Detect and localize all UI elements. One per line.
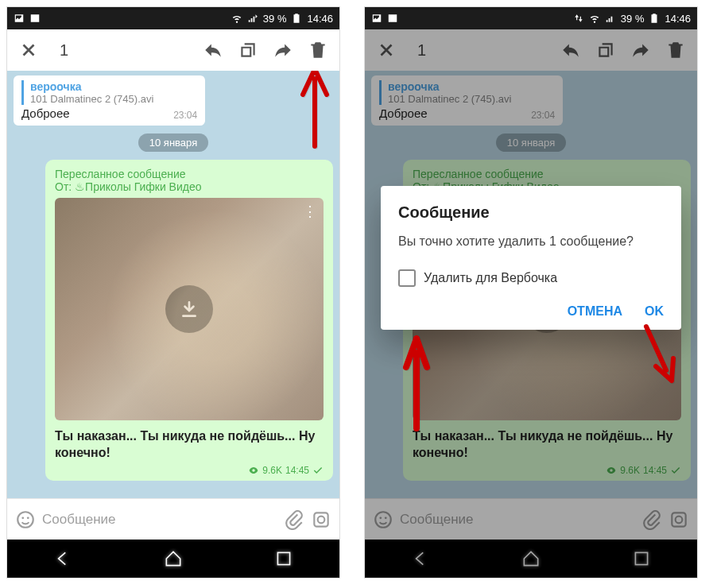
forwarded-label: Пересланное сообщение — [55, 168, 324, 180]
chat-area: вероочка 101 Dalmatinec 2 (745).avi Добр… — [7, 71, 339, 498]
input-bar — [7, 498, 339, 540]
updown-icon — [573, 13, 584, 24]
attach-icon[interactable] — [284, 509, 304, 530]
wifi-icon — [231, 13, 242, 24]
date-chip: 10 января — [138, 133, 208, 152]
signal-icon — [247, 13, 258, 24]
views-count: 9.6K — [262, 465, 282, 476]
picture-icon — [371, 13, 382, 24]
ok-button[interactable]: OK — [645, 304, 664, 319]
nav-bar — [7, 540, 339, 578]
graph-icon — [387, 13, 398, 24]
status-bar: 39 % 14:46 — [365, 7, 697, 29]
svg-rect-5 — [278, 552, 290, 564]
reply-icon[interactable] — [203, 40, 223, 60]
clock: 14:46 — [665, 13, 691, 25]
mic-icon[interactable] — [311, 509, 331, 530]
reply-message[interactable]: вероочка 101 Dalmatinec 2 (745).avi Добр… — [14, 75, 205, 126]
delete-icon[interactable] — [308, 40, 328, 60]
forwarded-from: От: ♨Приколы Гифки Видео — [55, 180, 324, 193]
dialog-body: Вы точно хотите удалить 1 сообщение? — [398, 233, 664, 250]
dialog-title: Сообщение — [398, 203, 664, 222]
message-meta: 9.6K 14:45 — [55, 465, 324, 476]
selection-toolbar: 1 — [7, 29, 339, 71]
selection-count: 1 — [60, 41, 68, 60]
battery-icon — [649, 13, 660, 24]
copy-icon[interactable] — [238, 40, 258, 60]
svg-point-0 — [17, 512, 33, 528]
clock: 14:46 — [307, 13, 333, 25]
battery-percent: 39 % — [263, 13, 287, 25]
download-icon — [179, 299, 200, 319]
eye-icon — [248, 465, 259, 476]
wifi-icon — [589, 13, 600, 24]
forward-icon[interactable] — [273, 40, 293, 60]
signal-icon — [605, 13, 616, 24]
checkbox-label: Удалить для Вербочка — [424, 271, 557, 285]
reply-time: 23:04 — [173, 110, 197, 121]
reply-filename: 101 Dalmatinec 2 (745).avi — [30, 93, 197, 105]
reply-text: Доброее — [21, 106, 70, 120]
svg-point-1 — [21, 516, 24, 519]
phone-left: 39 % 14:46 1 вероочка 101 Dalmatinec 2 (… — [6, 6, 340, 578]
status-bar: 39 % 14:46 — [7, 7, 339, 29]
forwarded-message[interactable]: Пересланное сообщение От: ♨Приколы Гифки… — [45, 160, 333, 481]
nav-back[interactable] — [52, 548, 73, 569]
forwarded-from-channel: ♨Приколы Гифки Видео — [75, 180, 201, 193]
more-icon[interactable]: ⋮ — [303, 203, 317, 220]
svg-rect-3 — [314, 513, 327, 526]
video-thumbnail[interactable]: ⋮ — [55, 198, 324, 420]
close-icon[interactable] — [18, 40, 39, 60]
emoji-icon[interactable] — [15, 509, 36, 530]
delete-dialog: Сообщение Вы точно хотите удалить 1 сооб… — [381, 186, 681, 330]
forwarded-from-prefix: От: — [55, 180, 72, 193]
picture-icon — [14, 13, 25, 24]
reply-sender: вероочка — [30, 80, 197, 93]
battery-percent: 39 % — [621, 13, 645, 25]
svg-point-4 — [318, 516, 325, 523]
message-caption: Ты наказан... Ты никуда не пойдёшь... Ну… — [55, 428, 324, 462]
download-button[interactable] — [165, 285, 213, 333]
cancel-button[interactable]: ОТМЕНА — [568, 304, 622, 319]
phone-right: 39 % 14:46 1 вероочка 101 Dalmatinec 2 (… — [364, 6, 698, 578]
message-input[interactable] — [42, 512, 277, 528]
battery-icon — [291, 13, 302, 24]
delete-for-all-checkbox[interactable] — [398, 269, 416, 287]
check-icon — [312, 465, 324, 476]
graph-icon — [29, 13, 41, 24]
message-time: 14:45 — [285, 465, 309, 476]
nav-home[interactable] — [163, 548, 184, 569]
svg-point-2 — [27, 516, 29, 519]
nav-recent[interactable] — [273, 548, 294, 569]
